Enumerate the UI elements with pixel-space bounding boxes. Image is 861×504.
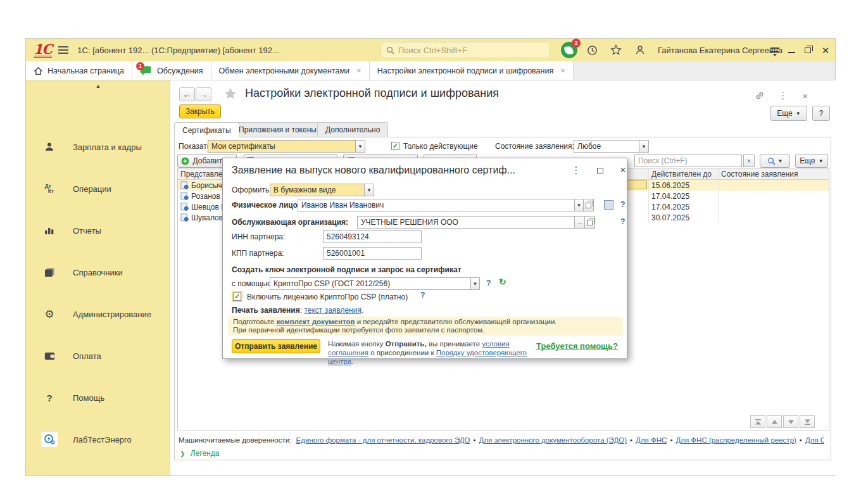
legend-toggle[interactable]: ❯ Легенда xyxy=(180,449,219,458)
service-org-choose-button[interactable]: ... xyxy=(574,216,585,229)
close-page-button[interactable]: Закрыть xyxy=(179,104,221,118)
tab-discussions-label: Обсуждения xyxy=(157,66,203,75)
current-user-name[interactable]: Гайтанова Екатерина Сергеевна xyxy=(658,39,782,61)
restore-button[interactable] xyxy=(800,39,816,61)
window-tabbar: Начальная страница 1 Обсуждения Обмен эл… xyxy=(26,61,835,80)
mrd-footer: Машиночитаемые доверенности: Единого фор… xyxy=(179,436,824,444)
get-link-icon[interactable] xyxy=(753,89,767,102)
issue-mode-select[interactable]: В бумажном виде xyxy=(270,184,365,196)
kpp-input[interactable]: 526001001 xyxy=(323,247,422,260)
favorites-star-icon[interactable] xyxy=(608,42,624,58)
issue-mode-dropdown-button[interactable]: ▼ xyxy=(364,184,374,196)
show-filter-dropdown-button[interactable]: ▼ xyxy=(355,140,365,153)
bullet-separator xyxy=(470,436,479,444)
minimize-button[interactable] xyxy=(783,39,800,61)
person-dropdown-button[interactable]: ▼ xyxy=(574,199,584,211)
documents-kit-link[interactable]: комплект документов xyxy=(277,318,355,325)
discussions-icon: 1 xyxy=(140,65,153,77)
csp-select[interactable]: КриптоПро CSP (ГОСТ 2012/256) xyxy=(270,277,471,290)
tab-discussions[interactable]: 1 Обсуждения xyxy=(132,61,211,80)
current-cell-fragment xyxy=(625,180,647,189)
back-button[interactable]: ← xyxy=(179,87,195,101)
close-form-icon[interactable]: × xyxy=(798,89,812,102)
show-filter-select[interactable]: Мои сертификаты xyxy=(208,140,356,153)
service-org-input[interactable]: УЧЕТНЫЕ РЕШЕНИЯ ООО xyxy=(357,216,575,229)
dialog-maximize-icon[interactable] xyxy=(593,163,608,177)
clear-search-button[interactable]: × xyxy=(743,154,755,167)
sidebar-item-label: Оплата xyxy=(73,351,101,361)
service-notifications-icon[interactable]: 2 xyxy=(561,42,577,58)
favorite-star-icon[interactable] xyxy=(223,87,237,101)
send-request-button[interactable]: Отправить заявление xyxy=(232,339,320,353)
mrd-link-fns-registry[interactable]: Для ФНС (распределенный реестр) xyxy=(676,436,796,444)
service-org-open-button[interactable] xyxy=(584,216,595,229)
sidebar-scroll-up-icon[interactable]: ▲ xyxy=(26,83,170,89)
go-last-button[interactable] xyxy=(800,415,815,428)
tab-edi-exchange[interactable]: Обмен электронными документами × xyxy=(211,61,370,80)
sidebar-item-help[interactable]: ? Помощь xyxy=(26,389,170,406)
status-filter-dropdown-button[interactable]: ▼ xyxy=(639,140,649,153)
search-menu-button[interactable]: ▼ xyxy=(760,154,790,168)
mrd-link-unified[interactable]: Единого формата - для отчетности, кадров… xyxy=(296,436,470,444)
status-filter-select[interactable]: Любое xyxy=(574,140,639,153)
csp-dropdown-button[interactable]: ▼ xyxy=(470,277,480,290)
sidebar-item-label: Администрирование xyxy=(73,310,151,319)
sidebar-item-salary[interactable]: Зарплата и кадры xyxy=(26,139,170,155)
dot: . xyxy=(361,306,363,315)
go-first-button[interactable] xyxy=(750,415,765,428)
tab-close-icon[interactable]: × xyxy=(560,66,565,75)
page-more-button[interactable]: Еще▼ xyxy=(770,106,807,121)
dialog-kebab-icon[interactable]: ⋮ xyxy=(569,163,584,177)
history-icon[interactable] xyxy=(584,42,600,58)
sidebar-item-labtestenergo[interactable]: ЛабТестЭнерго xyxy=(26,431,170,448)
tab-close-icon[interactable]: × xyxy=(356,66,361,75)
tab-additional[interactable]: Дополнительно xyxy=(317,122,388,137)
tab-home[interactable]: Начальная страница xyxy=(26,61,132,80)
refresh-icon[interactable]: ↻ xyxy=(499,277,506,287)
license-checkbox-label: Включить лицензию КриптоПро CSP (платно) xyxy=(247,291,408,303)
license-help-icon[interactable]: ? xyxy=(420,291,425,299)
person-card-icon[interactable] xyxy=(604,200,613,210)
sidebar-item-reports[interactable]: Отчеты xyxy=(26,222,170,239)
sidebar-item-label: Помощь xyxy=(73,393,104,403)
license-checkbox[interactable]: ✓ xyxy=(233,293,241,301)
global-search-input[interactable]: Поиск Ctrl+Shift+F xyxy=(380,42,550,58)
close-window-button[interactable]: ✕ xyxy=(817,39,834,61)
dialog-close-icon[interactable]: × xyxy=(615,163,631,177)
inn-input[interactable]: 5260493124 xyxy=(323,230,422,243)
person-input[interactable]: Иванов Иван Иванович xyxy=(298,199,575,211)
go-previous-button[interactable] xyxy=(767,415,782,428)
check-icon: ✓ xyxy=(393,142,398,150)
tab-apps-tokens[interactable]: Приложения и токены xyxy=(230,122,325,137)
dialog-title: Заявление на выпуск нового квалифицирова… xyxy=(232,165,555,176)
table-search-input[interactable]: Поиск (Ctrl+F) xyxy=(634,154,742,167)
sidebar-item-administration[interactable]: ⚙ Администрирование xyxy=(26,306,170,322)
person-open-button[interactable] xyxy=(583,199,594,211)
sidebar-item-operations[interactable]: ДтКт Операции xyxy=(26,180,170,197)
sidebar-item-payment[interactable]: Оплата xyxy=(26,348,170,364)
chevron-down-icon: ▼ xyxy=(819,158,824,164)
mrd-link-sfr[interactable]: Для СФР (бывший ФСС) xyxy=(805,436,824,444)
go-next-button[interactable] xyxy=(783,415,798,428)
service-org-help-icon[interactable]: ? xyxy=(620,217,625,226)
print-request-link[interactable]: текст заявления xyxy=(304,306,361,315)
mrd-link-fns[interactable]: Для ФНС xyxy=(636,436,667,444)
main-menu-icon[interactable] xyxy=(58,46,68,54)
mrd-link-edo[interactable]: Для электронного документооборота (ЭДО) xyxy=(479,436,627,444)
column-header-valid[interactable]: Действителен до xyxy=(649,168,719,179)
form-menu-kebab-icon[interactable]: ⋮ xyxy=(776,89,790,102)
csp-help-icon[interactable]: ? xyxy=(486,279,491,287)
only-active-checkbox[interactable]: ✓ xyxy=(391,142,399,150)
need-help-link[interactable]: Требуется помощь? xyxy=(536,341,618,351)
collapse-panels-icon[interactable] xyxy=(767,39,783,61)
forward-button[interactable]: → xyxy=(196,87,211,101)
page-help-button[interactable]: ? xyxy=(812,106,830,121)
person-help-icon[interactable]: ? xyxy=(620,200,625,209)
tab-signature-settings[interactable]: Настройки электронной подписи и шифрован… xyxy=(370,61,574,80)
sidebar-item-catalogs[interactable]: Справочники xyxy=(26,264,170,280)
column-header-status[interactable]: Состояние заявления xyxy=(719,168,829,179)
tab-certificates[interactable]: Сертификаты xyxy=(174,122,239,137)
table-more-button[interactable]: Еще▼ xyxy=(795,154,828,168)
user-icon[interactable] xyxy=(632,42,648,58)
key-section-header: Создать ключ электронной подписи и запро… xyxy=(232,263,462,276)
